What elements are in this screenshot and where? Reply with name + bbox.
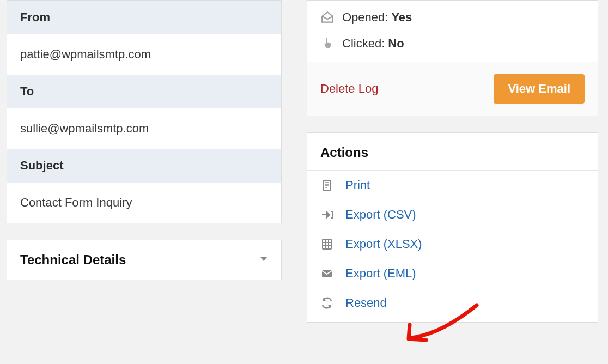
- technical-details-label: Technical Details: [20, 252, 126, 268]
- clicked-status-row: Clicked: No: [307, 30, 598, 62]
- status-panel: Opened: Yes Clicked: No Delete Log View …: [307, 0, 598, 116]
- actions-panel: Actions Print Expor: [307, 132, 598, 323]
- actions-header: Actions: [307, 133, 598, 171]
- opened-icon: [320, 10, 342, 25]
- print-icon: [320, 179, 345, 192]
- clicked-value: No: [388, 37, 404, 51]
- action-export-eml[interactable]: Export (EML): [307, 259, 598, 288]
- mail-icon: [320, 267, 345, 280]
- svg-rect-1: [323, 180, 331, 190]
- from-label: From: [7, 1, 281, 34]
- action-label: Resend: [345, 296, 387, 310]
- action-label: Print: [345, 178, 370, 192]
- action-label: Export (EML): [345, 266, 416, 281]
- svg-rect-6: [323, 239, 331, 249]
- opened-status-row: Opened: Yes: [307, 4, 598, 30]
- panel-footer: Delete Log View Email: [307, 62, 598, 116]
- action-resend[interactable]: Resend: [307, 288, 598, 322]
- action-export-xlsx[interactable]: Export (XLSX): [307, 229, 598, 259]
- resend-icon: [320, 296, 345, 310]
- action-export-csv[interactable]: Export (CSV): [307, 200, 598, 229]
- spreadsheet-icon: [320, 238, 345, 251]
- to-label: To: [7, 75, 281, 108]
- opened-label: Opened:: [342, 10, 388, 25]
- action-label: Export (XLSX): [345, 237, 422, 251]
- clicked-label: Clicked:: [342, 37, 385, 51]
- opened-value: Yes: [391, 10, 412, 25]
- from-value: pattie@wpmailsmtp.com: [7, 34, 281, 75]
- delete-log-link[interactable]: Delete Log: [320, 82, 378, 96]
- view-email-button[interactable]: View Email: [494, 74, 585, 104]
- clicked-icon: [320, 37, 342, 51]
- subject-value: Contact Form Inquiry: [7, 183, 281, 223]
- export-icon: [320, 208, 345, 221]
- email-details-panel: From pattie@wpmailsmtp.com To sullie@wpm…: [7, 0, 282, 223]
- technical-details-toggle[interactable]: Technical Details: [7, 240, 282, 280]
- action-label: Export (CSV): [345, 208, 416, 222]
- subject-label: Subject: [7, 149, 281, 183]
- svg-marker-0: [260, 257, 267, 261]
- to-value: sullie@wpmailsmtp.com: [7, 108, 281, 149]
- chevron-down-icon: [259, 254, 268, 265]
- action-print[interactable]: Print: [307, 171, 598, 200]
